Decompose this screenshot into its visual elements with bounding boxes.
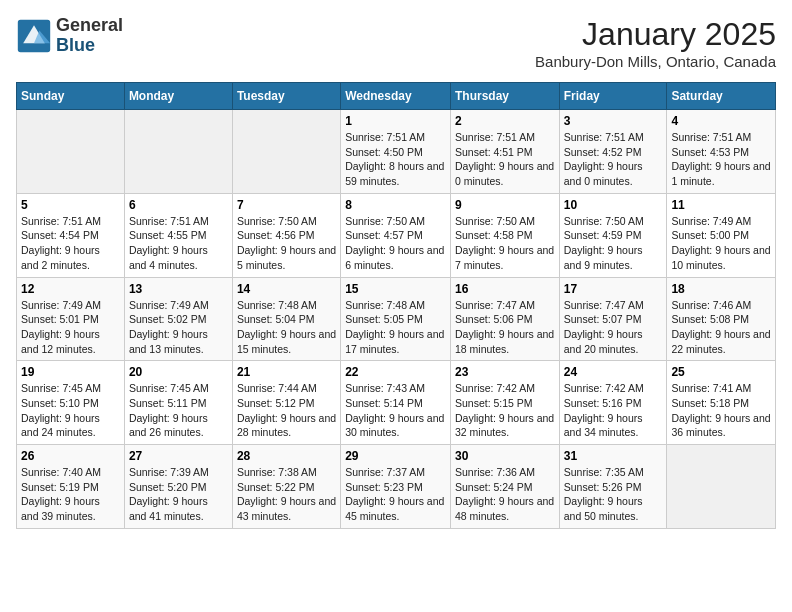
sunset: Sunset: 5:06 PM	[455, 313, 533, 325]
logo-blue: Blue	[56, 36, 123, 56]
col-wednesday: Wednesday	[341, 83, 451, 110]
daylight: Daylight: 9 hours and 24 minutes.	[21, 412, 100, 439]
sunset: Sunset: 5:02 PM	[129, 313, 207, 325]
sunset: Sunset: 5:16 PM	[564, 397, 642, 409]
sunrise: Sunrise: 7:45 AM	[21, 382, 101, 394]
sunset: Sunset: 4:56 PM	[237, 229, 315, 241]
sunrise: Sunrise: 7:51 AM	[455, 131, 535, 143]
table-row: 25 Sunrise: 7:41 AM Sunset: 5:18 PM Dayl…	[667, 361, 776, 445]
daylight: Daylight: 9 hours and 45 minutes.	[345, 495, 444, 522]
table-row: 7 Sunrise: 7:50 AM Sunset: 4:56 PM Dayli…	[232, 193, 340, 277]
day-info: Sunrise: 7:49 AM Sunset: 5:00 PM Dayligh…	[671, 214, 771, 273]
col-monday: Monday	[124, 83, 232, 110]
day-info: Sunrise: 7:51 AM Sunset: 4:52 PM Dayligh…	[564, 130, 663, 189]
table-row: 28 Sunrise: 7:38 AM Sunset: 5:22 PM Dayl…	[232, 445, 340, 529]
day-info: Sunrise: 7:51 AM Sunset: 4:50 PM Dayligh…	[345, 130, 446, 189]
sunset: Sunset: 5:07 PM	[564, 313, 642, 325]
daylight: Daylight: 9 hours and 6 minutes.	[345, 244, 444, 271]
table-row: 19 Sunrise: 7:45 AM Sunset: 5:10 PM Dayl…	[17, 361, 125, 445]
day-number: 11	[671, 198, 771, 212]
daylight: Daylight: 9 hours and 48 minutes.	[455, 495, 554, 522]
table-row: 11 Sunrise: 7:49 AM Sunset: 5:00 PM Dayl…	[667, 193, 776, 277]
table-row: 1 Sunrise: 7:51 AM Sunset: 4:50 PM Dayli…	[341, 110, 451, 194]
table-row: 24 Sunrise: 7:42 AM Sunset: 5:16 PM Dayl…	[559, 361, 667, 445]
sunset: Sunset: 4:55 PM	[129, 229, 207, 241]
daylight: Daylight: 9 hours and 0 minutes.	[455, 160, 554, 187]
sunset: Sunset: 4:54 PM	[21, 229, 99, 241]
sunset: Sunset: 4:58 PM	[455, 229, 533, 241]
day-info: Sunrise: 7:50 AM Sunset: 4:56 PM Dayligh…	[237, 214, 336, 273]
sunset: Sunset: 5:00 PM	[671, 229, 749, 241]
day-number: 8	[345, 198, 446, 212]
sunrise: Sunrise: 7:47 AM	[564, 299, 644, 311]
daylight: Daylight: 9 hours and 30 minutes.	[345, 412, 444, 439]
table-row: 16 Sunrise: 7:47 AM Sunset: 5:06 PM Dayl…	[450, 277, 559, 361]
calendar-week-row: 1 Sunrise: 7:51 AM Sunset: 4:50 PM Dayli…	[17, 110, 776, 194]
sunrise: Sunrise: 7:48 AM	[345, 299, 425, 311]
sunset: Sunset: 4:59 PM	[564, 229, 642, 241]
day-number: 6	[129, 198, 228, 212]
day-info: Sunrise: 7:35 AM Sunset: 5:26 PM Dayligh…	[564, 465, 663, 524]
daylight: Daylight: 9 hours and 41 minutes.	[129, 495, 208, 522]
day-number: 26	[21, 449, 120, 463]
col-tuesday: Tuesday	[232, 83, 340, 110]
page-header: General Blue January 2025 Banbury-Don Mi…	[16, 16, 776, 70]
daylight: Daylight: 9 hours and 17 minutes.	[345, 328, 444, 355]
day-number: 18	[671, 282, 771, 296]
daylight: Daylight: 9 hours and 39 minutes.	[21, 495, 100, 522]
day-number: 1	[345, 114, 446, 128]
table-row	[17, 110, 125, 194]
sunrise: Sunrise: 7:51 AM	[345, 131, 425, 143]
sunrise: Sunrise: 7:48 AM	[237, 299, 317, 311]
day-number: 25	[671, 365, 771, 379]
sunrise: Sunrise: 7:50 AM	[455, 215, 535, 227]
sunrise: Sunrise: 7:35 AM	[564, 466, 644, 478]
day-info: Sunrise: 7:43 AM Sunset: 5:14 PM Dayligh…	[345, 381, 446, 440]
sunrise: Sunrise: 7:47 AM	[455, 299, 535, 311]
sunset: Sunset: 4:51 PM	[455, 146, 533, 158]
day-info: Sunrise: 7:47 AM Sunset: 5:07 PM Dayligh…	[564, 298, 663, 357]
day-number: 20	[129, 365, 228, 379]
day-info: Sunrise: 7:51 AM Sunset: 4:51 PM Dayligh…	[455, 130, 555, 189]
day-info: Sunrise: 7:48 AM Sunset: 5:05 PM Dayligh…	[345, 298, 446, 357]
sunset: Sunset: 5:01 PM	[21, 313, 99, 325]
daylight: Daylight: 9 hours and 22 minutes.	[671, 328, 770, 355]
sunset: Sunset: 4:52 PM	[564, 146, 642, 158]
sunrise: Sunrise: 7:41 AM	[671, 382, 751, 394]
sunrise: Sunrise: 7:42 AM	[455, 382, 535, 394]
day-number: 21	[237, 365, 336, 379]
sunrise: Sunrise: 7:45 AM	[129, 382, 209, 394]
title-section: January 2025 Banbury-Don Mills, Ontario,…	[535, 16, 776, 70]
sunrise: Sunrise: 7:49 AM	[21, 299, 101, 311]
sunset: Sunset: 5:04 PM	[237, 313, 315, 325]
col-saturday: Saturday	[667, 83, 776, 110]
day-number: 22	[345, 365, 446, 379]
table-row: 29 Sunrise: 7:37 AM Sunset: 5:23 PM Dayl…	[341, 445, 451, 529]
table-row: 15 Sunrise: 7:48 AM Sunset: 5:05 PM Dayl…	[341, 277, 451, 361]
table-row: 17 Sunrise: 7:47 AM Sunset: 5:07 PM Dayl…	[559, 277, 667, 361]
day-number: 23	[455, 365, 555, 379]
col-sunday: Sunday	[17, 83, 125, 110]
sunrise: Sunrise: 7:42 AM	[564, 382, 644, 394]
table-row: 12 Sunrise: 7:49 AM Sunset: 5:01 PM Dayl…	[17, 277, 125, 361]
logo: General Blue	[16, 16, 123, 56]
day-info: Sunrise: 7:41 AM Sunset: 5:18 PM Dayligh…	[671, 381, 771, 440]
day-number: 5	[21, 198, 120, 212]
sunset: Sunset: 5:24 PM	[455, 481, 533, 493]
table-row: 14 Sunrise: 7:48 AM Sunset: 5:04 PM Dayl…	[232, 277, 340, 361]
logo-icon	[16, 18, 52, 54]
table-row: 10 Sunrise: 7:50 AM Sunset: 4:59 PM Dayl…	[559, 193, 667, 277]
table-row: 18 Sunrise: 7:46 AM Sunset: 5:08 PM Dayl…	[667, 277, 776, 361]
day-info: Sunrise: 7:37 AM Sunset: 5:23 PM Dayligh…	[345, 465, 446, 524]
day-info: Sunrise: 7:50 AM Sunset: 4:57 PM Dayligh…	[345, 214, 446, 273]
daylight: Daylight: 9 hours and 26 minutes.	[129, 412, 208, 439]
sunrise: Sunrise: 7:38 AM	[237, 466, 317, 478]
sunset: Sunset: 5:10 PM	[21, 397, 99, 409]
sunset: Sunset: 4:57 PM	[345, 229, 423, 241]
day-number: 28	[237, 449, 336, 463]
day-info: Sunrise: 7:49 AM Sunset: 5:01 PM Dayligh…	[21, 298, 120, 357]
daylight: Daylight: 9 hours and 20 minutes.	[564, 328, 643, 355]
daylight: Daylight: 9 hours and 1 minute.	[671, 160, 770, 187]
sunrise: Sunrise: 7:50 AM	[237, 215, 317, 227]
day-info: Sunrise: 7:42 AM Sunset: 5:16 PM Dayligh…	[564, 381, 663, 440]
